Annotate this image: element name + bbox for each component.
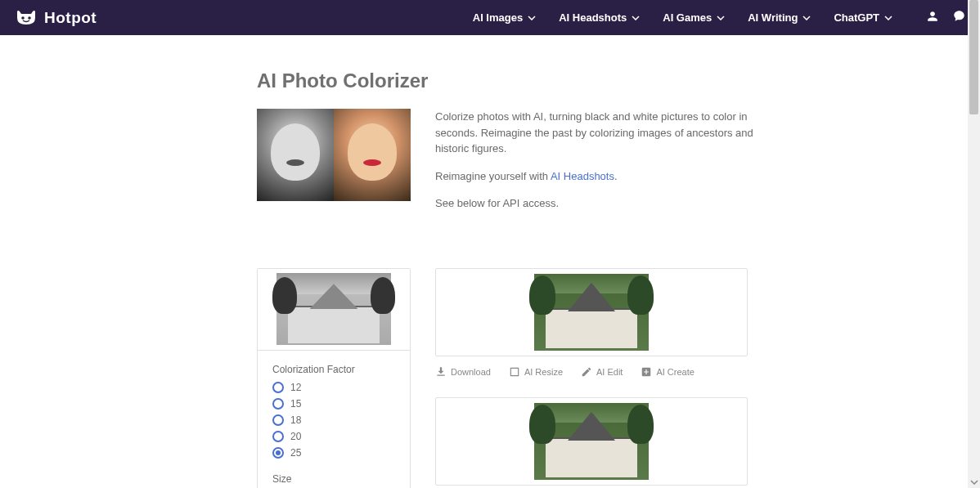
- intro-paragraph-1: Colorize photos with AI, turning black a…: [435, 109, 762, 157]
- pencil-icon: [581, 366, 592, 378]
- radio-label: 25: [290, 447, 301, 459]
- nav-ai-games[interactable]: AI Games: [663, 11, 725, 24]
- page-title: AI Photo Colorizer: [257, 69, 964, 92]
- user-icon[interactable]: [927, 11, 938, 25]
- input-image-preview[interactable]: [258, 269, 410, 351]
- result-image-2[interactable]: [435, 397, 748, 486]
- scrollbar[interactable]: [968, 0, 980, 488]
- download-button[interactable]: Download: [435, 366, 491, 378]
- result-block-1: Download AI Resize AI Edit AI Create: [435, 268, 748, 378]
- input-panel: Colorization Factor 1215182025 Size Limi…: [257, 268, 411, 489]
- radio-label: 15: [290, 398, 301, 410]
- hotpot-logo-icon: [15, 10, 38, 26]
- main-nav: AI Images AI Headshots AI Games AI Writi…: [473, 10, 965, 25]
- nav-ai-headshots[interactable]: AI Headshots: [559, 11, 640, 24]
- intro-section: Colorize photos with AI, turning black a…: [257, 109, 964, 223]
- radio-label: 20: [290, 431, 301, 442]
- chevron-down-icon: [632, 16, 640, 20]
- radio-icon: [272, 431, 284, 442]
- hero-before-bw: [257, 109, 334, 201]
- plus-square-icon: [641, 366, 652, 378]
- ai-resize-button[interactable]: AI Resize: [509, 366, 563, 378]
- results-column: Download AI Resize AI Edit AI Create Dow…: [435, 268, 748, 489]
- nav-ai-writing[interactable]: AI Writing: [748, 11, 811, 24]
- page-content: AI Photo Colorizer Colorize photos with …: [7, 69, 973, 488]
- workspace: Colorization Factor 1215182025 Size Limi…: [257, 268, 964, 489]
- app-header: Hotpot AI Images AI Headshots AI Games A…: [0, 0, 980, 35]
- hero-image: [257, 109, 411, 201]
- nav-icon-group: [927, 10, 965, 25]
- chevron-down-icon: [884, 16, 892, 20]
- result-image-1[interactable]: [435, 268, 748, 356]
- intro-text: Colorize photos with AI, turning black a…: [435, 109, 762, 223]
- radio-icon: [272, 414, 284, 426]
- svg-point-0: [21, 16, 25, 20]
- svg-point-1: [28, 16, 31, 20]
- nav-chatgpt[interactable]: ChatGPT: [834, 11, 892, 24]
- nav-ai-images[interactable]: AI Images: [473, 11, 536, 24]
- factor-radio-15[interactable]: 15: [272, 398, 395, 410]
- factor-radio-25[interactable]: 25: [272, 447, 395, 459]
- house-color-image: [534, 274, 649, 351]
- chevron-down-icon: [802, 16, 811, 20]
- logo-text: Hotpot: [44, 9, 97, 27]
- intro-paragraph-3: See below for API access.: [435, 195, 762, 212]
- house-bw-image: [276, 273, 391, 345]
- result-1-actions: Download AI Resize AI Edit AI Create: [435, 366, 748, 378]
- logo[interactable]: Hotpot: [15, 9, 97, 27]
- chevron-down-icon: [528, 16, 536, 20]
- ai-headshots-link[interactable]: AI Headshots: [551, 170, 614, 182]
- scrollbar-thumb[interactable]: [969, 0, 978, 114]
- chat-icon[interactable]: [953, 10, 965, 25]
- controls-panel: Colorization Factor 1215182025 Size Limi…: [258, 351, 410, 489]
- factor-radio-20[interactable]: 20: [272, 431, 395, 442]
- house-color-image: [534, 403, 649, 480]
- intro-paragraph-2: Reimagine yourself with AI Headshots.: [435, 168, 762, 185]
- resize-icon: [509, 366, 520, 378]
- radio-icon: [272, 447, 284, 459]
- radio-icon: [272, 382, 284, 393]
- factor-radio-18[interactable]: 18: [272, 414, 395, 426]
- ai-create-button[interactable]: AI Create: [641, 366, 694, 378]
- result-block-2: Download AI Resize AI Edit AI Create: [435, 397, 748, 489]
- scrollbar-down-arrow[interactable]: [968, 476, 980, 488]
- chevron-down-icon: [717, 16, 725, 20]
- colorization-factor-label: Colorization Factor: [272, 364, 395, 375]
- radio-label: 18: [290, 414, 301, 426]
- ai-edit-button[interactable]: AI Edit: [581, 366, 623, 378]
- hero-after-color: [334, 109, 411, 201]
- download-icon: [435, 366, 447, 378]
- size-label: Size: [272, 473, 395, 485]
- factor-radio-group: 1215182025: [272, 382, 395, 459]
- radio-label: 12: [290, 382, 301, 393]
- radio-icon: [272, 398, 284, 410]
- factor-radio-12[interactable]: 12: [272, 382, 395, 393]
